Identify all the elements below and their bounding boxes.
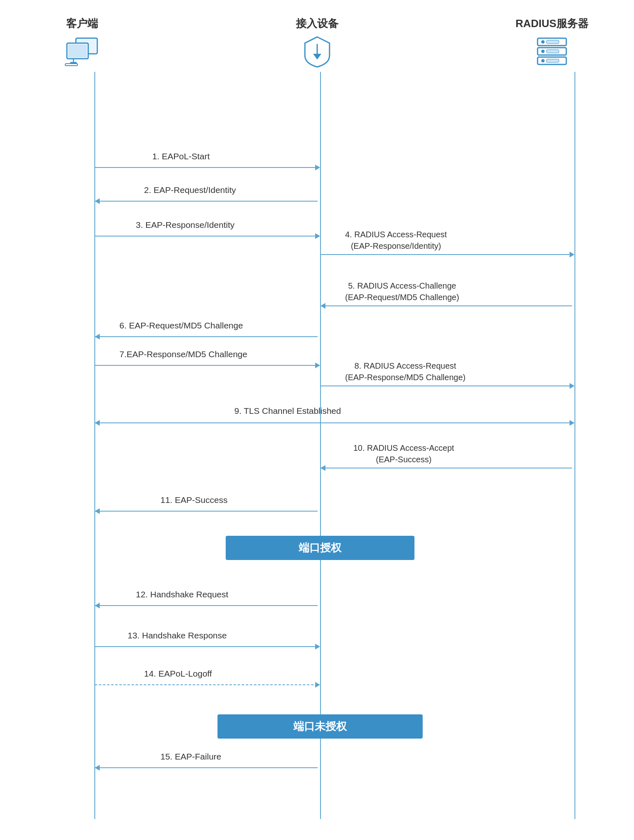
svg-rect-5 [68, 44, 87, 57]
header-row: 客户端 接 [25, 16, 609, 68]
arrowhead-14 [315, 682, 320, 688]
radius-icon [533, 35, 570, 68]
label-8: 8. RADIUS Access-Request(EAP-Response/MD… [345, 360, 465, 383]
arrow-line-2 [95, 201, 318, 202]
label-3: 3. EAP-Response/Identity [136, 220, 234, 230]
lifeline-device [320, 72, 321, 819]
message-9: 9. TLS Channel Established [95, 417, 574, 429]
client-icon [64, 35, 101, 68]
arrowhead-8 [570, 383, 574, 389]
arrow-line-7 [95, 365, 318, 366]
arrowhead-5 [320, 303, 325, 309]
label-13: 13. Handshake Response [128, 631, 227, 640]
arrow-line-3 [95, 236, 318, 236]
message-8: 8. RADIUS Access-Request(EAP-Response/MD… [320, 380, 574, 392]
arrowhead-11 [95, 508, 100, 514]
label-11: 11. EAP-Success [160, 495, 227, 505]
message-10: 10. RADIUS Access-Accept(EAP-Success) [320, 462, 574, 474]
device-icon [299, 35, 336, 68]
arrow-line-11 [95, 511, 318, 512]
auth-box-label: 端口授权 [299, 542, 341, 554]
auth-box-unauth-label: 端口未授权 [293, 720, 347, 732]
arrowhead-9-right [570, 420, 574, 426]
label-4: 4. RADIUS Access-Request(EAP-Response/Id… [345, 229, 447, 252]
arrow-line-9 [95, 422, 572, 423]
message-4: 4. RADIUS Access-Request(EAP-Response/Id… [320, 248, 574, 261]
arrowhead-6 [95, 334, 100, 340]
arrowhead-10 [320, 465, 325, 471]
svg-point-18 [541, 59, 545, 62]
arrow-line-6 [95, 336, 318, 337]
arrowhead-15 [95, 765, 100, 771]
entity-device: 接入设备 [268, 16, 366, 68]
label-10: 10. RADIUS Access-Accept(EAP-Success) [353, 442, 454, 465]
message-15: 15. EAP-Failure [95, 762, 320, 774]
message-5: 5. RADIUS Access-Challenge(EAP-Request/M… [320, 300, 574, 312]
message-6: 6. EAP-Request/MD5 Challenge [95, 330, 320, 343]
sequence-area: 1. EAPoL-Start 2. EAP-Request/Identity 3… [25, 72, 609, 819]
message-7: 7.EAP-Response/MD5 Challenge [95, 359, 320, 372]
entity-client-label: 客户端 [66, 16, 98, 31]
arrow-line-13 [95, 646, 318, 647]
arrow-line-8 [320, 386, 572, 386]
arrowhead-12 [95, 603, 100, 608]
arrowhead-7 [315, 363, 320, 368]
label-1: 1. EAPoL-Start [152, 151, 210, 161]
arrowhead-2 [95, 198, 100, 204]
entity-radius: RADIUS服务器 [503, 16, 601, 68]
svg-rect-19 [547, 59, 559, 62]
label-6: 6. EAP-Request/MD5 Challenge [119, 321, 243, 330]
svg-point-12 [541, 40, 545, 44]
label-5: 5. RADIUS Access-Challenge(EAP-Request/M… [345, 280, 459, 303]
label-9: 9. TLS Channel Established [234, 406, 341, 416]
arrowhead-9-left [95, 420, 100, 426]
lifeline-client [94, 72, 95, 819]
arrow-line-4 [320, 254, 572, 255]
arrow-line-15 [95, 767, 318, 768]
arrowhead-3 [315, 233, 320, 239]
svg-rect-16 [547, 50, 559, 53]
message-14: 14. EAPoL-Logoff [95, 679, 320, 691]
entity-radius-label: RADIUS服务器 [515, 16, 588, 31]
arrow-line-12 [95, 605, 318, 606]
auth-box-port: 端口授权 [226, 536, 414, 560]
arrowhead-13 [315, 644, 320, 650]
arrow-line-14 [95, 684, 318, 685]
label-14: 14. EAPoL-Logoff [144, 669, 212, 679]
diagram-container: 客户端 接 [0, 0, 634, 840]
arrow-line-1 [95, 167, 318, 168]
message-3: 3. EAP-Response/Identity [95, 230, 320, 242]
arrow-line-5 [320, 305, 572, 306]
message-2: 2. EAP-Request/Identity [95, 195, 320, 207]
label-7: 7.EAP-Response/MD5 Challenge [119, 349, 247, 359]
message-13: 13. Handshake Response [95, 640, 320, 653]
svg-rect-8 [65, 64, 78, 66]
arrowhead-4 [570, 252, 574, 257]
arrowhead-1 [315, 165, 320, 170]
label-2: 2. EAP-Request/Identity [144, 185, 236, 195]
message-1: 1. EAPoL-Start [95, 161, 320, 174]
lifeline-radius [574, 72, 575, 819]
auth-box-unauth: 端口未授权 [217, 714, 423, 739]
message-11: 11. EAP-Success [95, 505, 320, 517]
svg-rect-13 [547, 40, 559, 44]
label-12: 12. Handshake Request [136, 590, 228, 599]
arrow-line-10 [320, 468, 572, 468]
message-12: 12. Handshake Request [95, 599, 320, 612]
label-15: 15. EAP-Failure [160, 752, 221, 762]
svg-point-15 [541, 50, 545, 53]
svg-rect-7 [70, 62, 77, 63]
entity-client: 客户端 [33, 16, 131, 68]
entity-device-label: 接入设备 [296, 16, 339, 31]
svg-marker-10 [313, 54, 321, 60]
